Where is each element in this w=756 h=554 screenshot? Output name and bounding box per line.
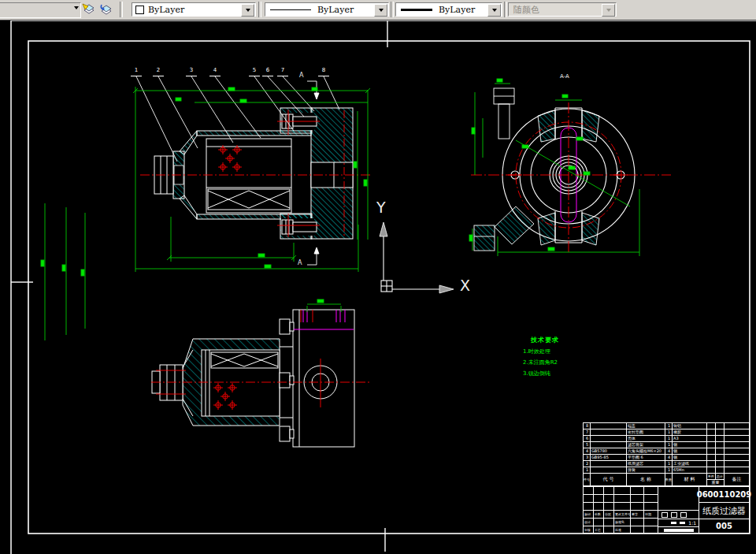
- section-arrow-label-bottom: A: [298, 260, 302, 266]
- sheet-number: 005: [699, 519, 749, 533]
- cell-seq: 5: [584, 442, 591, 448]
- layer-previous-button[interactable]: [98, 2, 114, 17]
- balloon-7: 7: [277, 67, 288, 76]
- cell-qty: 4: [665, 448, 673, 454]
- text-blob: [671, 522, 676, 524]
- layer-previous-icon: [98, 2, 113, 17]
- org-name-row: [658, 526, 699, 534]
- note-line: 1.时效处理: [523, 348, 610, 355]
- cell-name: 平垫圈 6: [627, 455, 665, 460]
- parts-row: 4 GB5780 六角头螺栓M6×20 4 钢: [584, 448, 749, 455]
- linetype-control-value: ByLayer: [317, 5, 354, 15]
- cell-code: [591, 429, 627, 435]
- cell-code: [591, 423, 627, 429]
- scale-value: 1:1: [688, 520, 696, 526]
- lineweight-dropdown-button[interactable]: [487, 4, 501, 17]
- cell-seq: 8: [584, 423, 591, 429]
- cell-qty: 1: [665, 436, 673, 441]
- balloon-1: 1: [131, 67, 142, 76]
- parts-row: 1 弹簧 1 65Mn: [584, 467, 749, 474]
- title-block-right: 0600110209 纸质过滤器 005: [699, 487, 749, 533]
- revision-header-row: 标记 处数 分区 更改文件号 签字 日期: [584, 511, 658, 519]
- linetype-dropdown-button[interactable]: [374, 4, 387, 17]
- cell-seq: 3: [584, 455, 591, 460]
- drawing-number: 0600110209: [699, 487, 749, 503]
- chevron-down-icon: [74, 6, 79, 9]
- cell-qty: 1: [665, 429, 673, 435]
- color-control-value: ByLayer: [148, 5, 184, 15]
- color-dropdown-button[interactable]: [241, 4, 254, 17]
- scale-row: 1:1: [658, 519, 699, 526]
- linetype-control[interactable]: ByLayer: [265, 2, 389, 17]
- cell-material: 工业滤纸: [673, 461, 707, 467]
- ucs-x-label: X: [460, 278, 470, 293]
- note-line: 2.未注圆角R2: [523, 359, 610, 366]
- cell-code: [591, 467, 627, 473]
- cell-code: [591, 461, 627, 467]
- section-arrow-label-top: A: [299, 73, 303, 79]
- cell-material: 铸铝: [673, 423, 707, 429]
- parts-row: 2 纸质滤芯 1 工业滤纸: [584, 461, 749, 467]
- toolbar-separator: [120, 2, 123, 17]
- text-blob: [680, 522, 685, 524]
- note-line: 3.锐边倒钝: [523, 370, 610, 377]
- color-control[interactable]: ByLayer: [132, 2, 256, 17]
- cell-code: [591, 436, 627, 441]
- cell-code: [591, 442, 627, 448]
- header-material: 材 料: [673, 474, 707, 485]
- make-object-layer-current-button[interactable]: [81, 2, 97, 17]
- cell-material: 65Mn: [673, 467, 707, 473]
- cell-qty: 4: [665, 455, 673, 460]
- lineweight-control[interactable]: ByLayer: [395, 2, 502, 17]
- cell-qty: 1: [665, 423, 673, 429]
- parts-row: 8 端盖 1 铸铝: [584, 423, 749, 429]
- view-label: A-A: [560, 74, 569, 80]
- chevron-down-icon: [606, 9, 611, 12]
- header-name: 名 称: [627, 474, 665, 485]
- balloon-6: 6: [262, 67, 273, 76]
- text-blob: [664, 529, 694, 532]
- cell-seq: 7: [584, 429, 591, 435]
- color-swatch: [135, 6, 144, 14]
- parts-row: 7 密封垫圈 1 橡胶: [584, 429, 749, 436]
- header-remark: 备注: [724, 474, 749, 485]
- header-code: 代 号: [591, 474, 627, 485]
- cell-qty: 1: [665, 461, 673, 467]
- lineweight-control-value: ByLayer: [439, 5, 475, 15]
- cell-code: GB95-85: [591, 455, 627, 460]
- signature-row: 审核 工艺 批准: [584, 526, 658, 534]
- signature-row: 设计 标准化: [584, 519, 658, 526]
- cell-qty: 1: [665, 442, 673, 448]
- header-weight: 重量: [707, 480, 724, 485]
- layer-combo-clipped[interactable]: [0, 2, 81, 18]
- end-view: [471, 88, 671, 252]
- cell-name: 密封垫圈: [627, 429, 665, 435]
- chevron-down-icon: [492, 9, 497, 12]
- chevron-down-icon: [246, 9, 250, 12]
- balloon-5: 5: [249, 67, 260, 76]
- cell-name: 弹簧: [627, 467, 665, 473]
- linetype-glyph: [270, 9, 311, 10]
- title-block-lower: 标记 处数 分区 更改文件号 签字 日期 设计 标准化 审核: [584, 486, 749, 533]
- cell-code: GB5780: [591, 448, 627, 454]
- cell-material: 钢: [673, 448, 707, 454]
- header-weight-total: 总计: [716, 474, 724, 479]
- cell-name: 端盖: [627, 423, 665, 429]
- properties-toolbar: ByLayer ByLayer ByLayer 随颜色: [0, 0, 756, 20]
- cell-material: A3: [673, 436, 707, 441]
- plot-style-dropdown-button: [602, 4, 615, 17]
- cell-name: 滤芯骨架: [627, 442, 665, 448]
- autocad-window: 1 2 3 4 5 6 7 8 A A A-A Y X 技术要求 1.时效处理 …: [0, 0, 756, 554]
- lineweight-glyph: [401, 9, 432, 11]
- balloon-3: 3: [186, 67, 197, 76]
- make-object-layer-current-icon: [81, 2, 95, 17]
- drawing-canvas[interactable]: 1 2 3 4 5 6 7 8 A A A-A Y X 技术要求 1.时效处理 …: [0, 0, 756, 554]
- cell-name: 纸质滤芯: [627, 461, 665, 467]
- header-weight-group: 单件 总计 重量: [707, 474, 724, 485]
- header-seq: 件号: [584, 474, 591, 485]
- balloon-2: 2: [153, 67, 164, 76]
- plot-style-control: 随颜色: [508, 2, 617, 17]
- balloon-8: 8: [318, 67, 329, 76]
- cell-name: 六角头螺栓M6×20: [627, 448, 665, 454]
- product-name: 纸质过滤器: [699, 503, 749, 519]
